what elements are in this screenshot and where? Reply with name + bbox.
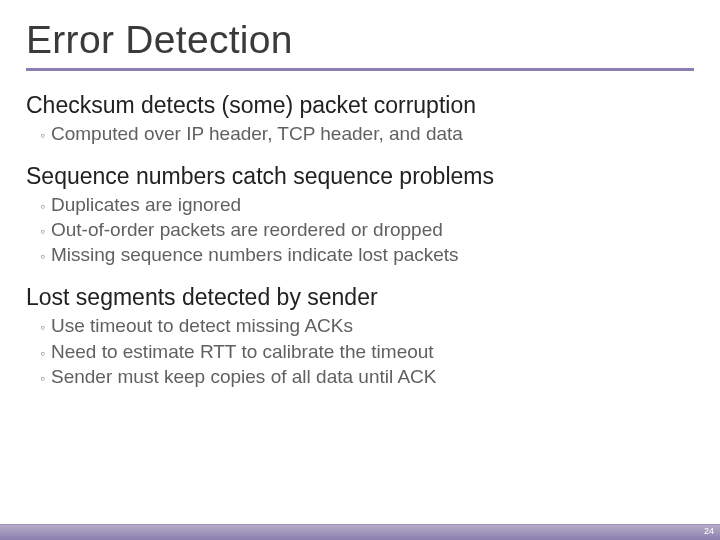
bullet-item: ◦ Use timeout to detect missing ACKs xyxy=(26,313,694,338)
bullet-text: Need to estimate RTT to calibrate the ti… xyxy=(51,339,434,364)
bullet-ring-icon: ◦ xyxy=(40,318,45,336)
bullet-item: ◦ Sender must keep copies of all data un… xyxy=(26,364,694,389)
bullet-text: Out-of-order packets are reordered or dr… xyxy=(51,217,443,242)
page-number: 24 xyxy=(704,526,714,536)
slide: Error Detection Checksum detects (some) … xyxy=(0,0,720,540)
section-head: Sequence numbers catch sequence problems xyxy=(26,162,694,190)
footer-bar: 24 xyxy=(0,524,720,540)
bullet-item: ◦ Out-of-order packets are reordered or … xyxy=(26,217,694,242)
bullet-text: Use timeout to detect missing ACKs xyxy=(51,313,353,338)
bullet-item: ◦ Need to estimate RTT to calibrate the … xyxy=(26,339,694,364)
bullet-ring-icon: ◦ xyxy=(40,369,45,387)
bullet-text: Missing sequence numbers indicate lost p… xyxy=(51,242,459,267)
bullet-ring-icon: ◦ xyxy=(40,344,45,362)
bullet-ring-icon: ◦ xyxy=(40,197,45,215)
section-3: Lost segments detected by sender ◦ Use t… xyxy=(26,283,694,388)
title-underline xyxy=(26,68,694,71)
bullet-ring-icon: ◦ xyxy=(40,247,45,265)
bullet-item: ◦ Missing sequence numbers indicate lost… xyxy=(26,242,694,267)
slide-title: Error Detection xyxy=(26,18,694,62)
bullet-item: ◦ Computed over IP header, TCP header, a… xyxy=(26,121,694,146)
bullet-text: Sender must keep copies of all data unti… xyxy=(51,364,437,389)
bullet-text: Computed over IP header, TCP header, and… xyxy=(51,121,463,146)
bullet-item: ◦ Duplicates are ignored xyxy=(26,192,694,217)
section-1: Checksum detects (some) packet corruptio… xyxy=(26,91,694,146)
section-2: Sequence numbers catch sequence problems… xyxy=(26,162,694,267)
bullet-text: Duplicates are ignored xyxy=(51,192,241,217)
section-head: Lost segments detected by sender xyxy=(26,283,694,311)
bullet-ring-icon: ◦ xyxy=(40,126,45,144)
bullet-ring-icon: ◦ xyxy=(40,222,45,240)
section-head: Checksum detects (some) packet corruptio… xyxy=(26,91,694,119)
